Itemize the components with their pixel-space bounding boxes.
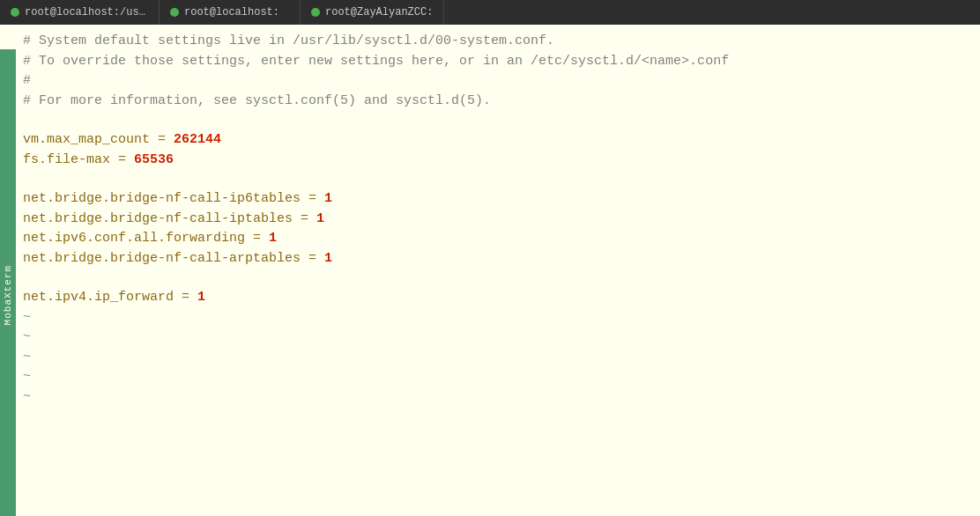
keyval-line: net.bridge.bridge-nf-call-arptables = 1 xyxy=(23,249,973,269)
empty-line xyxy=(23,111,973,130)
equals-text: = xyxy=(301,249,324,269)
tab-bar: root@localhost:/usr/local/docker root@lo… xyxy=(0,0,980,25)
key-text: fs.file-max xyxy=(23,151,110,171)
tilde-line: ~ xyxy=(23,348,973,368)
key-text: net.ipv4.ip_forward xyxy=(23,288,174,308)
tilde-line: ~ xyxy=(23,387,973,408)
value-text: 1 xyxy=(197,288,205,308)
comment-line: # System default settings live in /usr/l… xyxy=(23,32,973,52)
tab-3-label: root@ZayAlyanZCC: xyxy=(325,6,433,18)
keyval-line: net.bridge.bridge-nf-call-iptables = 1 xyxy=(23,210,973,230)
value-text: 65536 xyxy=(134,151,174,171)
keyval-line: vm.max_map_count = 262144 xyxy=(23,130,973,151)
tab-1[interactable]: root@localhost:/usr/local/docker xyxy=(0,0,160,25)
tab-2-dot xyxy=(170,8,179,17)
keyval-line: net.bridge.bridge-nf-call-ip6tables = 1 xyxy=(23,189,973,210)
equals-text: = xyxy=(174,288,197,308)
tab-2-label: root@localhost: xyxy=(184,6,279,18)
tab-1-dot xyxy=(11,8,19,17)
equals-text: = xyxy=(150,130,174,151)
keyval-line: net.ipv6.conf.all.forwarding = 1 xyxy=(23,229,973,249)
key-text: vm.max_map_count xyxy=(23,130,150,151)
comment-line: # xyxy=(23,71,973,92)
tab-3-dot xyxy=(311,8,320,17)
tilde-line: ~ xyxy=(23,367,973,387)
empty-line xyxy=(23,269,973,288)
comment-line: # For more information, see sysctl.conf(… xyxy=(23,92,973,112)
tab-3[interactable]: root@ZayAlyanZCC: xyxy=(301,0,444,25)
comment-line: # To override those settings, enter new … xyxy=(23,52,973,72)
key-text: net.bridge.bridge-nf-call-iptables xyxy=(23,210,293,230)
key-text: net.bridge.bridge-nf-call-ip6tables xyxy=(23,189,301,210)
editor-area[interactable]: # System default settings live in /usr/l… xyxy=(0,25,980,516)
equals-text: = xyxy=(110,151,134,171)
empty-line xyxy=(23,170,973,189)
value-text: 1 xyxy=(324,189,332,210)
equals-text: = xyxy=(245,229,269,249)
terminal-container: root@localhost:/usr/local/docker root@lo… xyxy=(0,0,980,516)
tab-2[interactable]: root@localhost: xyxy=(160,0,301,25)
value-text: 1 xyxy=(324,249,332,269)
tilde-line: ~ xyxy=(23,308,973,328)
tilde-line: ~ xyxy=(23,328,973,348)
keyval-line: fs.file-max = 65536 xyxy=(23,151,973,171)
equals-text: = xyxy=(301,189,324,210)
left-sidebar: MobaXterm xyxy=(0,49,16,516)
key-text: net.ipv6.conf.all.forwarding xyxy=(23,229,245,249)
key-text: net.bridge.bridge-nf-call-arptables xyxy=(23,249,301,269)
value-text: 1 xyxy=(269,229,277,249)
equals-text: = xyxy=(293,210,316,230)
keyval-line: net.ipv4.ip_forward = 1 xyxy=(23,288,973,308)
value-text: 1 xyxy=(316,210,324,230)
value-text: 262144 xyxy=(174,130,221,151)
tab-1-label: root@localhost:/usr/local/docker xyxy=(25,6,148,18)
sidebar-label: MobaXterm xyxy=(3,265,13,325)
